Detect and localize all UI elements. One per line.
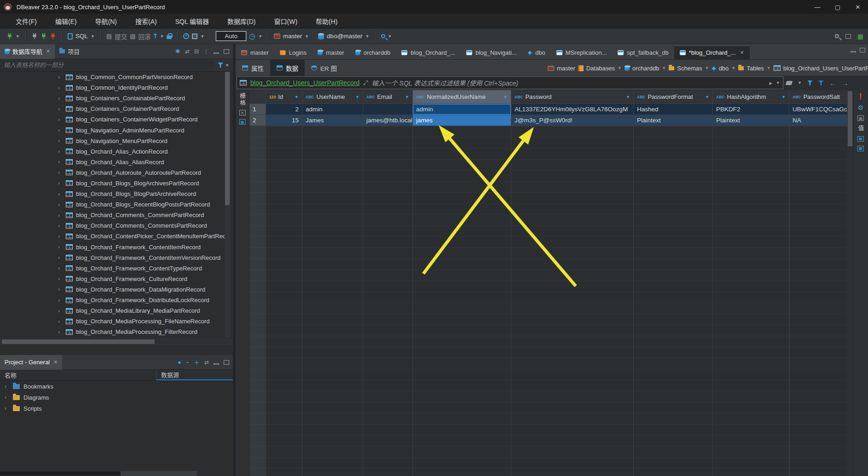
cell-hashalgorithm[interactable]: PBKDF2 <box>713 104 789 115</box>
chevron-down-icon[interactable]: ▼ <box>200 34 204 39</box>
chevron-right-icon[interactable]: › <box>58 148 63 155</box>
chevron-right-icon[interactable]: › <box>58 74 63 80</box>
chevron-down-icon[interactable]: ▼ <box>160 34 164 39</box>
chevron-down-icon[interactable]: ▼ <box>91 34 95 39</box>
sql-editor-button[interactable]: SQL <box>75 33 88 40</box>
minimize-panel-icon[interactable] <box>214 363 219 365</box>
tree-item-table[interactable]: › blog_Orchard_MediaLibrary_MediaPartRec… <box>0 305 225 316</box>
sort-icon[interactable]: ▼ <box>503 95 508 99</box>
tree-item-table[interactable]: › blog_Orchard_ContentPicker_ContentMenu… <box>0 231 225 241</box>
apply-filter-icon[interactable]: ▸ <box>770 80 773 86</box>
cell-passwordsalt[interactable]: UBwWF1CQCsaGc/P7j <box>789 104 847 115</box>
commit-button[interactable]: 提交 <box>115 32 127 41</box>
maximize-editor-icon[interactable] <box>860 48 865 52</box>
column-header-passwordsalt[interactable]: ABCPasswordSalt <box>789 90 847 104</box>
new-connection-icon[interactable] <box>6 33 13 40</box>
chevron-right-icon[interactable]: › <box>58 308 63 314</box>
menu-item[interactable]: SQL 编辑器 <box>166 14 218 29</box>
chevron-right-icon[interactable]: › <box>58 138 63 144</box>
row-number[interactable]: 2 <box>249 115 266 126</box>
forward-arrow-icon[interactable]: → <box>842 79 849 87</box>
maximize-button[interactable]: ▢ <box>827 0 848 14</box>
grid-vertical-scrollbar[interactable] <box>847 90 853 476</box>
chevron-right-icon[interactable]: › <box>58 275 63 282</box>
close-button[interactable]: ✕ <box>848 0 868 14</box>
tree-item-table[interactable]: › blog_Common_CommonPartVersionRecord <box>0 72 225 82</box>
chevron-down-icon[interactable]: ▼ <box>258 34 262 39</box>
expand-icon[interactable]: ⤢ <box>363 79 368 86</box>
view-menu-icon[interactable]: ⋮ <box>203 48 209 55</box>
chevron-down-icon[interactable]: ▼ <box>225 63 229 68</box>
breadcrumb-schemas[interactable]: Schemas▼ <box>669 65 709 72</box>
corner-cell[interactable] <box>249 90 266 104</box>
breadcrumb-connection[interactable]: master <box>548 65 575 72</box>
tree-item-table[interactable]: › blog_Orchard_MediaProcessing_FilterRec… <box>0 327 225 337</box>
tree-item-table[interactable]: › blog_Navigation_MenuPartRecord <box>0 136 225 146</box>
editor-tab-spt-fallback[interactable]: spt_fallback_db <box>612 46 674 59</box>
tree-item-table[interactable]: › blog_Orchard_MediaProcessing_ImagePr <box>0 337 225 338</box>
close-icon[interactable]: ✕ <box>46 48 50 54</box>
table-name-link[interactable]: blog_Orchard_Users_UserPartRecord <box>250 79 359 86</box>
column-header-id[interactable]: 123Id▼ <box>266 90 302 104</box>
tree-item-table[interactable]: › blog_Orchard_Blogs_BlogArchivesPartRec… <box>0 178 225 189</box>
column-header-password[interactable]: ABCPassword▼ <box>511 90 634 104</box>
text-presentation-icon[interactable]: ✕ <box>239 110 246 115</box>
cell-id[interactable]: 2 <box>266 104 302 115</box>
cell-email[interactable]: james@htb.local <box>363 115 413 126</box>
search-icon[interactable] <box>381 34 385 38</box>
menu-item[interactable]: 文件(F) <box>6 14 46 29</box>
chevron-right-icon[interactable]: › <box>58 233 63 240</box>
transaction-mode-icon[interactable]: Ṫ <box>153 33 157 40</box>
tree-item-table[interactable]: › blog_Orchard_Framework_ContentTypeReco… <box>0 263 225 274</box>
close-icon[interactable]: ✕ <box>740 50 744 56</box>
sort-icon[interactable]: ▼ <box>295 95 299 99</box>
auto-commit-button[interactable]: Auto <box>216 31 246 41</box>
minimize-editor-icon[interactable] <box>851 51 856 52</box>
chevron-right-icon[interactable]: › <box>58 116 63 123</box>
tree-item-table[interactable]: › blog_Orchard_Comments_CommentPartRecor… <box>0 210 225 220</box>
chevron-right-icon[interactable]: › <box>5 405 9 412</box>
collapse-icon[interactable]: − <box>186 359 189 366</box>
gear-icon[interactable]: ⚙ <box>858 104 864 111</box>
rollback-button[interactable]: 回滚 <box>138 32 150 41</box>
tree-item-table[interactable]: › blog_Orchard_Framework_DistributedLock… <box>0 295 225 305</box>
cell-passwordsalt[interactable]: NA <box>789 115 847 126</box>
link-icon[interactable]: ⇄ <box>204 359 209 366</box>
column-header-hashalgorithm[interactable]: ABCHashAlgorithm▼ <box>713 90 789 104</box>
sql-editor-icon[interactable] <box>68 33 73 40</box>
chevron-right-icon[interactable]: › <box>58 191 63 197</box>
menu-item[interactable]: 导航(N) <box>86 14 126 29</box>
chevron-down-icon[interactable]: ▼ <box>388 34 392 39</box>
clear-filter-icon[interactable] <box>786 81 793 85</box>
breadcrumb-databases[interactable]: Databases▼ <box>578 65 622 72</box>
editor-tab-master-db[interactable]: master <box>312 46 350 59</box>
chevron-right-icon[interactable]: › <box>58 244 63 250</box>
sync-connection-icon[interactable]: ✱ <box>175 48 180 55</box>
chevron-right-icon[interactable]: › <box>5 383 9 390</box>
tree-item-table[interactable]: › blog_Orchard_Framework_ContentItemVers… <box>0 252 225 263</box>
chevron-right-icon[interactable]: › <box>58 159 63 165</box>
sort-icon[interactable]: ▼ <box>405 95 409 99</box>
history-clock-icon[interactable]: ◷ <box>249 32 255 40</box>
tree-item-table[interactable]: › blog_Orchard_Blogs_BlogPartArchiveReco… <box>0 189 225 199</box>
tab-properties[interactable]: 属性 <box>236 60 270 76</box>
tree-vertical-scrollbar[interactable] <box>225 72 230 338</box>
link-editor-icon[interactable]: ⇄ <box>185 48 190 55</box>
close-icon[interactable]: ✕ <box>53 359 58 365</box>
column-datasource-header[interactable]: 数据源 <box>156 370 233 380</box>
tree-item-table[interactable]: › blog_Orchard_Framework_DataMigrationRe… <box>0 284 225 295</box>
tree-item-table[interactable]: › blog_Orchard_Autoroute_AutoroutePartRe… <box>0 167 225 178</box>
filter-save-icon[interactable] <box>807 80 813 86</box>
cell-passwordformat[interactable]: Hashed <box>634 104 713 115</box>
column-header-normalizedusername[interactable]: ABCNormalizedUserName▼ <box>413 90 511 104</box>
server-session-icon[interactable] <box>192 34 197 39</box>
editor-tab-master-sql[interactable]: master <box>236 46 274 59</box>
chevron-right-icon[interactable]: › <box>58 180 63 186</box>
chevron-right-icon[interactable]: › <box>5 394 9 401</box>
filter-placeholder[interactable]: 输入一个 SQL 表达式来过滤结果 (使用 Ctrl+Space) <box>372 78 766 87</box>
chevron-right-icon[interactable]: › <box>58 329 63 335</box>
column-name-header[interactable]: 名称 <box>0 370 156 380</box>
performance-icon[interactable] <box>183 33 189 39</box>
tab-project-general[interactable]: Project - General ✕ <box>0 355 62 370</box>
tree-item-table[interactable]: › blog_Containers_ContainerPartRecord <box>0 103 225 114</box>
